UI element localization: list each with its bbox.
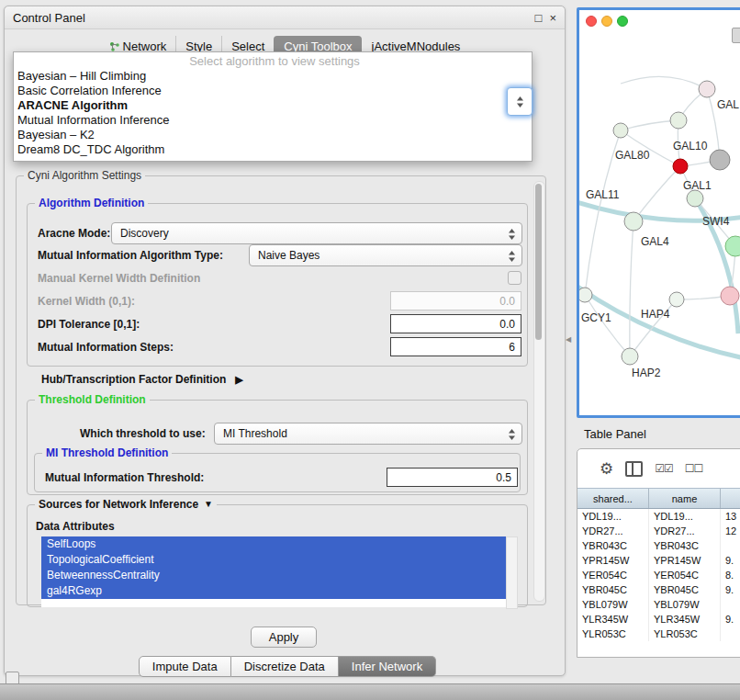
kernel-width-field: 0.0 [390,291,521,310]
table-body: YDL19...YDL19...13YDR27...YDR27...12YBR0… [577,509,740,641]
panel-splitter-icon[interactable]: ◀ [566,335,571,344]
cyni-algorithm-settings-title: Cyni Algorithm Settings [24,169,145,182]
column-header[interactable]: name [649,489,721,508]
minimize-window-icon[interactable] [601,16,612,27]
aracne-mode-label: Aracne Mode: [38,228,110,240]
network-edge[interactable] [630,221,633,356]
network-node-label: GAL10 [673,140,708,152]
mi-threshold-field[interactable]: 0.5 [387,468,518,487]
table-toolbar: ⚙ ☑☑ ☐☐ [577,449,740,488]
column-header[interactable]: shared... [577,489,649,508]
sources-group-title[interactable]: Sources for Network Inference ▼ [35,498,217,511]
network-node[interactable] [710,150,730,170]
network-view-window[interactable]: GALGAL80GAL10GAL11GAL1SWI4GAL4GCY1HAP4HA… [577,7,740,418]
attribute-item[interactable]: SelfLoops [41,536,506,552]
network-node-label: GAL1 [683,179,712,192]
which-threshold-value: MI Threshold [223,427,287,440]
table-cell: YDR27... [577,524,649,538]
mi-type-select[interactable]: Naive Bayes [249,244,522,266]
bottom-tab-impute-data[interactable]: Impute Data [139,656,231,677]
algorithm-combobox-fragment[interactable] [507,87,533,116]
network-node-label: HAP2 [632,367,661,379]
network-canvas[interactable]: GALGAL80GAL10GAL11GAL1SWI4GAL4GCY1HAP4HA… [579,10,740,415]
network-edge[interactable] [621,76,707,89]
algorithm-option[interactable]: ARACNE Algorithm [14,98,532,113]
settings-scrollbar-track[interactable] [533,181,545,602]
bottom-tab-infer-network[interactable]: Infer Network [339,656,436,677]
table-row[interactable]: YLR053CYLR053C [577,627,740,641]
network-node[interactable] [725,236,740,256]
mi-steps-field[interactable]: 6 [390,337,521,356]
table-header-row: shared...name [577,488,740,509]
network-node[interactable] [673,159,688,174]
zoom-window-icon[interactable] [617,16,628,27]
dpi-tolerance-field[interactable]: 0.0 [390,314,521,333]
network-node[interactable] [613,123,628,138]
collapsed-arrow-icon: ▶ [235,374,242,386]
hub-tf-definition-label: Hub/Transcription Factor Definition [41,373,226,386]
table-row[interactable]: YER054CYER054C8. [577,568,740,582]
network-edge[interactable] [621,120,678,130]
table-cell [721,627,740,641]
table-cell: YDR27... [649,524,721,538]
algorithm-option[interactable]: Basic Correlation Inference [14,84,532,98]
select-all-columns-icon[interactable]: ☑☑ [655,462,673,475]
which-threshold-label: Which threshold to use: [80,428,206,440]
network-node[interactable] [687,190,703,207]
network-edge[interactable] [633,166,680,221]
algorithm-option[interactable]: Bayesian – Hill Climbing [14,69,532,84]
network-node-label: HAP4 [641,308,670,321]
gear-icon[interactable]: ⚙ [600,459,613,479]
algorithm-dropdown-popup: Select algorithm to view settings Bayesi… [13,51,533,162]
algorithm-option[interactable]: Mutual Information Inference [14,113,532,128]
dpi-tolerance-value: 0.0 [499,318,515,331]
close-icon[interactable]: × [549,11,556,25]
float-window-icon[interactable]: □ [535,11,543,25]
attribute-item[interactable]: gal4RGexp [41,583,506,599]
network-node[interactable] [669,292,684,307]
algorithm-option[interactable]: Bayesian – K2 [14,128,532,142]
attributes-scrollbar-track[interactable] [506,536,518,609]
close-window-icon[interactable] [586,16,597,27]
column-header[interactable] [721,489,740,508]
table-row[interactable]: YBR043CYBR043C [577,538,740,553]
table-row[interactable]: YDL19...YDL19...13 [577,509,740,524]
attribute-item[interactable]: BetweennessCentrality [41,568,506,583]
table-row[interactable]: YLR345WYLR345W9. [577,612,740,627]
which-threshold-select[interactable]: MI Threshold [214,423,522,445]
network-node[interactable] [699,81,715,97]
network-node[interactable] [670,112,687,129]
deselect-columns-icon[interactable]: ☐☐ [685,462,703,475]
table-row[interactable]: YDR27...YDR27...12 [577,524,740,538]
bottom-tabs: Impute DataDiscretize DataInfer Network [8,656,566,677]
algorithm-option[interactable]: Dream8 DC_TDC Algorithm [14,142,532,157]
table-cell: YPR145W [577,553,649,568]
desktop: Control Panel □ × NetworkStyleSelectCyni… [0,0,740,700]
network-node-label: GCY1 [581,311,611,324]
table-cell: YER054C [577,568,649,582]
bottom-tab-discretize-data[interactable]: Discretize Data [231,656,339,677]
network-node[interactable] [721,287,739,305]
table-row[interactable]: YPR145WYPR145W9. [577,553,740,568]
network-node[interactable] [622,348,638,365]
network-node[interactable] [624,212,643,231]
table-row[interactable]: YBR045CYBR045C9. [577,582,740,597]
network-scrollbar-fragment[interactable] [732,28,740,43]
apply-button[interactable]: Apply [251,627,317,648]
hub-tf-definition-toggle[interactable]: Hub/Transcription Factor Definition ▶ [41,373,243,386]
network-node-label: GAL11 [586,188,620,201]
network-node[interactable] [579,288,592,302]
table-cell: YBR043C [577,538,649,553]
table-panel-title: Table Panel [584,427,646,441]
settings-scrollbar-thumb[interactable] [535,184,542,340]
table-row[interactable]: YBL079WYBL079W [577,597,740,612]
window-title: Control Panel [13,11,528,25]
attribute-item[interactable]: TopologicalCoefficient [41,552,506,568]
columns-icon[interactable] [625,461,643,477]
mi-threshold-value: 0.5 [496,471,511,484]
table-cell: YLR053C [649,627,721,641]
kernel-width-value: 0.0 [499,295,515,308]
table-panel-window: ⚙ ☑☑ ☐☐ shared...name YDL19...YDL19...13… [577,448,740,658]
table-cell [721,597,740,612]
aracne-mode-select[interactable]: Discovery [111,222,522,244]
